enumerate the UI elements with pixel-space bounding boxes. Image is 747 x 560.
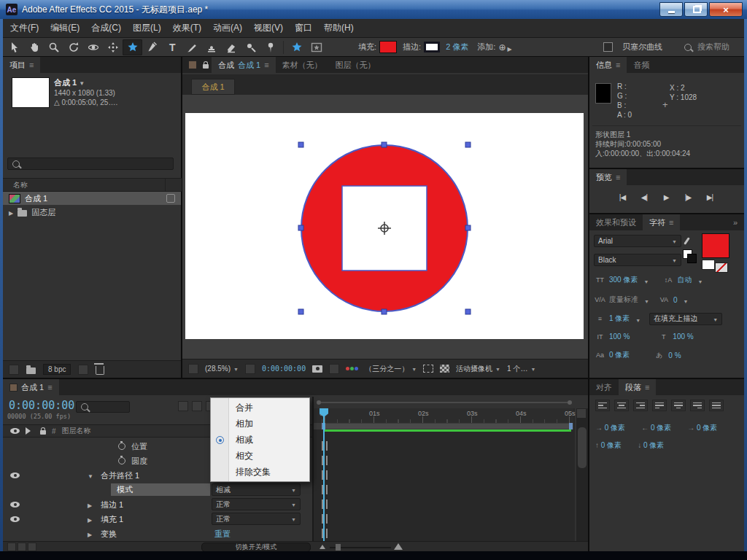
region-of-interest-icon[interactable]: [423, 365, 433, 373]
menu-view[interactable]: 视图(V): [248, 19, 289, 37]
kerning-value[interactable]: 度量标准: [609, 295, 638, 305]
panel-menu-icon[interactable]: [29, 61, 34, 69]
restore-button[interactable]: [684, 2, 708, 17]
active-camera-dropdown[interactable]: 活动摄像机: [456, 364, 500, 374]
stroke-style-dropdown[interactable]: 在填充上描边: [649, 313, 722, 325]
view-layout-dropdown[interactable]: 1 个…: [507, 364, 535, 374]
justify-last-center-button[interactable]: [671, 400, 686, 411]
panel-menu-icon[interactable]: [264, 61, 268, 69]
stroke-blend-dropdown[interactable]: 正常: [212, 498, 301, 510]
first-line-indent-field[interactable]: → 0 像素: [687, 423, 717, 433]
bezier-checkbox[interactable]: [603, 42, 613, 52]
add-arrow-icon[interactable]: [507, 41, 511, 54]
group-label[interactable]: 填充 1: [101, 514, 123, 525]
next-frame-button[interactable]: |▶: [680, 191, 696, 203]
space-before-field[interactable]: ↑ 0 像素: [595, 440, 622, 451]
justify-last-right-button[interactable]: [690, 400, 705, 411]
navigator-handle-left[interactable]: [317, 400, 321, 405]
minimize-button[interactable]: [659, 2, 683, 17]
graph-editor-icon[interactable]: [576, 408, 587, 419]
tab-timeline-comp[interactable]: 合成 1: [3, 379, 59, 395]
menu-edit[interactable]: 编辑(E): [44, 19, 85, 37]
help-search-icon[interactable]: [684, 44, 692, 51]
menu-item-intersect[interactable]: 相交: [211, 448, 309, 464]
fill-blend-dropdown[interactable]: 正常: [212, 513, 301, 525]
zoom-out-mountain-icon[interactable]: [320, 545, 325, 549]
project-bit-depth[interactable]: 8 bpc: [43, 364, 71, 375]
expand-caret-icon[interactable]: [88, 500, 92, 509]
comp-timecode[interactable]: 0:00:00:00: [262, 365, 306, 373]
align-center-button[interactable]: [614, 400, 629, 411]
comp-navigator-tab[interactable]: 合成 1: [191, 79, 235, 95]
menu-help[interactable]: 帮助(H): [318, 19, 360, 37]
navigator-handle-right[interactable]: [568, 400, 572, 405]
dropdown-arrow-icon[interactable]: [681, 293, 689, 306]
menu-effect[interactable]: 效果(T): [167, 19, 207, 37]
panel-menu-icon[interactable]: [645, 383, 649, 392]
menu-composition[interactable]: 合成(C): [85, 19, 127, 37]
work-area-end-handle[interactable]: [569, 423, 573, 429]
space-after-field[interactable]: ↓ 0 像素: [638, 440, 664, 451]
zoom-in-mountain-icon[interactable]: [394, 543, 403, 550]
safe-guides-icon[interactable]: [245, 364, 255, 374]
eye-icon[interactable]: [10, 516, 20, 522]
tracking-value[interactable]: 0: [673, 296, 678, 304]
comp-canvas[interactable]: [185, 113, 584, 339]
puppet-pin-tool[interactable]: [260, 39, 280, 55]
align-left-button[interactable]: [595, 400, 610, 411]
timeline-search-input[interactable]: [76, 401, 130, 413]
first-frame-button[interactable]: |◀: [614, 191, 630, 203]
audio-column-icon[interactable]: [26, 427, 34, 435]
selection-tool[interactable]: [4, 39, 24, 55]
eye-icon[interactable]: [10, 502, 20, 508]
last-frame-button[interactable]: ▶|: [702, 191, 718, 203]
expand-caret-icon[interactable]: [88, 529, 92, 538]
tab-align[interactable]: 对齐: [589, 379, 619, 395]
tsume-value[interactable]: 0 %: [668, 351, 681, 359]
project-item-solids[interactable]: 固态层: [3, 206, 181, 219]
interpret-footage-icon[interactable]: [9, 365, 19, 375]
collapse-caret-icon[interactable]: [88, 471, 93, 480]
property-label[interactable]: 圆度: [131, 456, 147, 467]
font-style-dropdown[interactable]: Black: [594, 254, 681, 266]
project-comp-name[interactable]: 合成 1: [54, 77, 85, 88]
group-row-transform[interactable]: 变换 重置: [3, 526, 312, 541]
tab-project[interactable]: 项目: [3, 57, 40, 73]
mode-label-selected[interactable]: 模式: [111, 483, 210, 496]
stroke-swatch-white[interactable]: [702, 260, 715, 270]
project-search-input[interactable]: [7, 158, 174, 170]
horizontal-scale-value[interactable]: 100 %: [673, 332, 693, 341]
transparency-grid-icon[interactable]: [440, 365, 449, 373]
project-item-comp[interactable]: 合成 1: [3, 192, 181, 205]
menu-item-merge[interactable]: 合并: [211, 400, 309, 416]
transform-reset-link[interactable]: 重置: [214, 529, 231, 540]
stopwatch-icon[interactable]: [118, 443, 125, 450]
video-column-icon[interactable]: [10, 428, 20, 434]
font-size-value[interactable]: 300 像素: [609, 275, 638, 285]
comp-name-arrow-icon[interactable]: [79, 78, 85, 87]
menu-item-add[interactable]: 相加: [211, 416, 309, 432]
expand-caret-icon[interactable]: [9, 208, 13, 217]
menu-animation[interactable]: 动画(A): [207, 19, 248, 37]
small-black-swatch[interactable]: [687, 254, 697, 263]
menu-layer[interactable]: 图层(L): [127, 19, 167, 37]
panel-menu-icon[interactable]: [669, 218, 673, 227]
clone-stamp-tool[interactable]: [201, 39, 221, 55]
comp-mini-flowchart-icon[interactable]: [178, 401, 188, 411]
lock-icon[interactable]: [200, 57, 212, 73]
stroke-color-swatch[interactable]: [424, 42, 440, 52]
group-label[interactable]: 变换: [101, 529, 117, 540]
menu-item-exclude[interactable]: 排除交集: [211, 464, 309, 480]
title-bar[interactable]: Ae Adobe After Effects CC 2015 - 无标题项目.a…: [0, 0, 747, 19]
timeline-zoom-handle[interactable]: [336, 544, 341, 551]
panel-menu-icon[interactable]: [616, 61, 620, 69]
leading-value[interactable]: 自动: [677, 275, 692, 285]
view-options-icon[interactable]: [188, 364, 198, 374]
dropdown-arrow-icon[interactable]: [694, 273, 703, 287]
panel-overflow-button[interactable]: »: [727, 214, 744, 230]
timeline-timecode[interactable]: 0:00:00:00: [9, 399, 74, 412]
draft-3d-icon[interactable]: [192, 401, 202, 411]
type-tool[interactable]: T: [162, 39, 182, 55]
stroke-width-value[interactable]: 1 像素: [609, 314, 630, 324]
previous-frame-button[interactable]: ◀|: [636, 191, 652, 203]
